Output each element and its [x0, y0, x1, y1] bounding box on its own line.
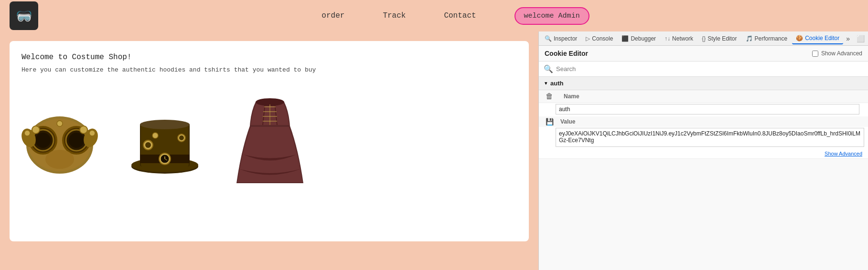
cookie-item-auth: 🗑 Name 💾 Value eyJ0eXAiOiJKV1QiLCJhbGciO…	[539, 90, 868, 159]
svg-point-15	[89, 130, 95, 136]
search-icon: 🔍	[544, 64, 553, 73]
show-advanced-label: Show Advanced	[821, 50, 862, 57]
product-dress	[232, 97, 308, 183]
tab-cookie-editor-label: Cookie Editor	[805, 35, 839, 42]
save-cookie-button[interactable]: 💾	[544, 118, 556, 125]
products-row	[21, 88, 517, 193]
tab-inspector-label: Inspector	[554, 35, 577, 42]
cookie-editor-icon: 🍪	[796, 35, 803, 42]
tab-network[interactable]: ↑↓ Network	[661, 33, 697, 44]
tab-performance-label: Performance	[755, 35, 788, 42]
svg-point-28	[179, 135, 184, 140]
nav-contact[interactable]: Contact	[444, 11, 476, 20]
nav-order[interactable]: order	[321, 11, 344, 20]
network-icon: ↑↓	[664, 35, 670, 42]
show-advanced-area: Show Advanced	[812, 50, 862, 57]
hat-image	[127, 97, 203, 183]
cookie-list: ▾ auth 🗑 Name 💾 Value	[539, 77, 868, 270]
chevron-down-icon: ▾	[545, 80, 547, 86]
dress-image	[232, 97, 308, 183]
devtools-toolbar: 🔍 Inspector ▷ Console ⬛ Debugger ↑↓ Netw…	[539, 31, 868, 46]
cookie-name-label: Name	[559, 92, 584, 101]
tab-network-label: Network	[672, 35, 693, 42]
debugger-icon: ⬛	[622, 35, 629, 42]
search-bar: 🔍	[539, 62, 868, 77]
content-card: Welcome to Costume Shop! Here you can cu…	[10, 41, 529, 241]
cookie-group-header[interactable]: ▾ auth	[539, 77, 868, 90]
tab-inspector[interactable]: 🔍 Inspector	[541, 33, 581, 44]
product-mask	[21, 97, 98, 183]
cookie-editor-header: Cookie Editor Show Advanced	[539, 46, 868, 62]
tab-debugger[interactable]: ⬛ Debugger	[618, 33, 660, 44]
product-hat	[127, 97, 203, 183]
show-advanced-link[interactable]: Show Advanced	[539, 149, 868, 158]
nav-welcome[interactable]: welcome Admin	[514, 7, 589, 25]
cookie-editor: Cookie Editor Show Advanced 🔍 ▾ auth	[539, 46, 868, 270]
performance-icon: 🎵	[746, 35, 753, 42]
devtools-actions: » ⬜ ⋯ ✕	[844, 34, 868, 43]
mask-image	[21, 97, 98, 183]
svg-point-11	[45, 150, 74, 169]
tab-debugger-label: Debugger	[631, 35, 656, 42]
svg-point-26	[145, 142, 151, 148]
cookie-name-input[interactable]	[556, 104, 859, 114]
main-area: Welcome to Costume Shop! Here you can cu…	[0, 31, 868, 270]
style-editor-icon: {}	[702, 35, 706, 42]
show-advanced-checkbox[interactable]	[812, 51, 818, 57]
svg-point-10	[57, 121, 63, 126]
cookie-value-display: eyJ0eXAiOiJKV1QiLCJhbGciOiJIUzI1NiJ9.eyJ…	[556, 128, 864, 147]
tab-console-label: Console	[592, 35, 613, 42]
content-desc: Here you can customize the authentic hoo…	[21, 66, 517, 73]
tab-style-editor-label: Style Editor	[707, 35, 737, 42]
logo: 🥽	[10, 1, 38, 30]
svg-point-30	[140, 120, 190, 129]
cookie-name-row: 🗑 Name	[539, 90, 868, 103]
topbar: 🥽 order Track Contact welcome Admin	[0, 0, 868, 31]
svg-point-4	[35, 133, 51, 148]
svg-point-7	[69, 133, 84, 148]
delete-cookie-button[interactable]: 🗑	[544, 92, 555, 101]
devtools-panel: 🔍 Inspector ▷ Console ⬛ Debugger ↑↓ Netw…	[538, 31, 868, 270]
svg-point-29	[152, 133, 158, 138]
website-content: Welcome to Costume Shop! Here you can cu…	[0, 31, 538, 270]
tab-style-editor[interactable]: {} Style Editor	[698, 33, 740, 44]
tab-console[interactable]: ▷ Console	[582, 33, 617, 44]
inspector-icon: 🔍	[545, 35, 552, 42]
console-icon: ▷	[586, 35, 590, 42]
nav-track[interactable]: Track	[383, 11, 406, 20]
more-tabs-button[interactable]: »	[844, 34, 852, 43]
tab-performance[interactable]: 🎵 Performance	[742, 33, 792, 44]
search-input[interactable]	[556, 65, 863, 73]
nav-links: order Track Contact welcome Admin	[53, 7, 858, 25]
responsive-button[interactable]: ⬜	[855, 34, 867, 43]
cookie-value-label: Value	[556, 117, 580, 126]
tab-cookie-editor[interactable]: 🍪 Cookie Editor	[792, 33, 843, 44]
cookie-editor-title: Cookie Editor	[545, 50, 588, 57]
content-title: Welcome to Costume Shop!	[21, 53, 517, 62]
svg-point-14	[24, 130, 30, 136]
logo-icon: 🥽	[16, 8, 32, 24]
cookie-group-name: auth	[550, 80, 563, 87]
